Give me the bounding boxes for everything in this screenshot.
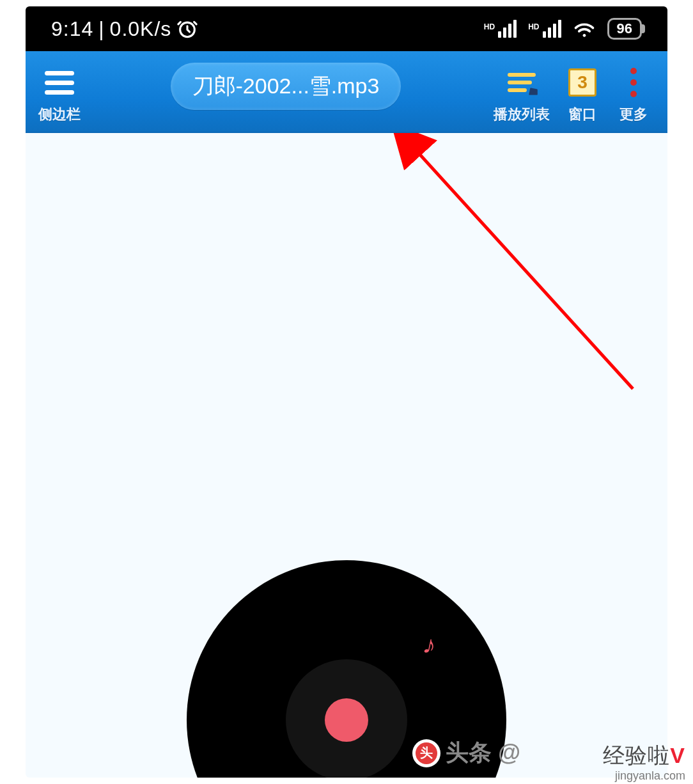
sidebar-button[interactable]: 侧边栏	[37, 59, 82, 132]
window-button[interactable]: 3 窗口	[560, 59, 605, 132]
window-count-icon: 3	[568, 68, 596, 97]
window-count: 3	[577, 72, 588, 93]
sidebar-label: 侧边栏	[38, 105, 81, 124]
alarm-clock-icon	[176, 18, 198, 40]
more-label: 更多	[619, 105, 648, 124]
wifi-icon	[573, 20, 596, 38]
title-text: 刀郎-2002...雪.mp3	[171, 63, 401, 110]
kebab-menu-icon	[630, 68, 637, 97]
watermark-site: 经验啦V jingyanla.com	[603, 741, 685, 783]
toutiao-badge-icon: 头	[412, 739, 440, 767]
status-right: HD HD	[484, 18, 642, 40]
status-bar: 9:14 | 0.0K/s HD	[26, 6, 667, 51]
music-note-icon: ♪	[421, 629, 439, 660]
signal-1-icon: HD	[484, 20, 517, 38]
playlist-label: 播放列表	[494, 105, 550, 124]
watermark-toutiao: 头 头条 @	[412, 737, 520, 769]
status-divider: |	[98, 17, 104, 41]
battery-percent: 96	[617, 20, 632, 37]
player-content: ♪	[26, 133, 667, 778]
signal-2-icon: HD	[528, 20, 561, 38]
app-toolbar: 侧边栏 刀郎-2002...雪.mp3 播放列表 3	[26, 51, 667, 133]
now-playing-title[interactable]: 刀郎-2002...雪.mp3	[93, 63, 478, 110]
playlist-icon	[508, 73, 536, 92]
more-button[interactable]: 更多	[611, 59, 656, 132]
status-netspeed: 0.0K/s	[110, 17, 172, 41]
hamburger-icon	[45, 71, 74, 95]
phone-frame: 9:14 | 0.0K/s HD	[26, 6, 667, 778]
svg-line-1	[414, 148, 633, 389]
window-label: 窗口	[568, 105, 596, 124]
playlist-button[interactable]: 播放列表	[490, 59, 554, 132]
battery-icon: 96	[607, 18, 642, 40]
status-time: 9:14	[51, 17, 93, 41]
status-left: 9:14 | 0.0K/s	[51, 17, 198, 41]
